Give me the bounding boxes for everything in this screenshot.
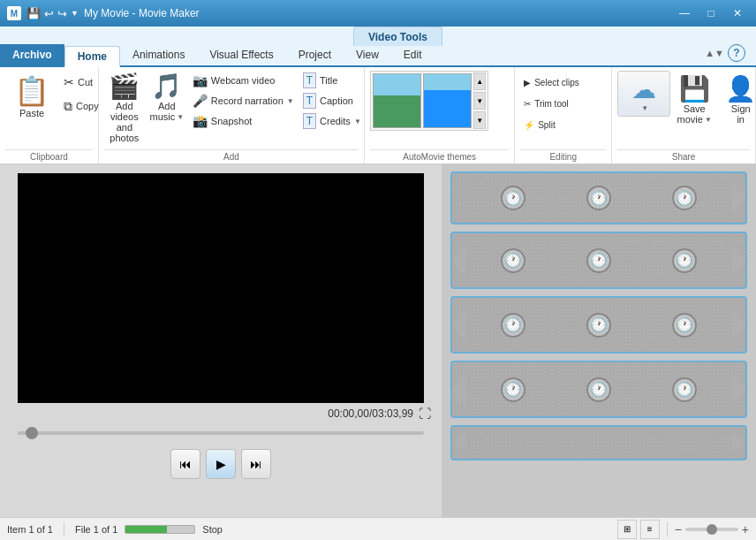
maximize-button[interactable]: □ — [699, 4, 722, 22]
film-strip-3[interactable]: 🕐 🕐 🕐 — [450, 296, 747, 354]
zoom-slider-thumb[interactable] — [707, 524, 717, 535]
gallery-up-arrow[interactable]: ▲ — [473, 72, 486, 90]
save-movie-icon: 💾 — [679, 74, 710, 103]
narration-arrow: ▼ — [287, 97, 294, 105]
record-narration-button[interactable]: 🎤 Record narration ▼ — [189, 91, 298, 110]
editing-select-button[interactable]: ▶ Select clips — [520, 72, 583, 92]
strip-arrow-right-1 — [731, 180, 745, 216]
storyboard-scroll[interactable]: 🕐 🕐 🕐 🕐 🕐 🕐 🕐 — [442, 164, 756, 517]
undo-icon[interactable]: ↩ — [44, 7, 54, 20]
video-tools-tab[interactable]: Video Tools — [353, 27, 442, 46]
title-icon: T — [303, 72, 316, 88]
status-divider-2 — [667, 522, 668, 536]
editing-trim-button[interactable]: ✂ Trim tool — [520, 94, 572, 113]
film-strip-4[interactable]: 🕐 🕐 🕐 — [450, 361, 747, 418]
tab-edit[interactable]: Edit — [391, 44, 435, 65]
tab-project[interactable]: Project — [286, 44, 344, 65]
clipboard-group-label: Clipboard — [5, 149, 93, 164]
tab-animations[interactable]: Animations — [120, 44, 197, 65]
add-music-button[interactable]: 🎵 Add music ▼ — [147, 71, 187, 125]
film-strip-2[interactable]: 🕐 🕐 🕐 — [450, 232, 747, 289]
add-music-label1: Add — [158, 101, 176, 111]
quick-access-toolbar[interactable]: 💾 ↩ ↪ ▼ — [26, 7, 79, 20]
film-clock-2a: 🕐 — [501, 248, 525, 273]
zoom-in-button[interactable]: + — [742, 522, 749, 536]
tab-archivo[interactable]: Archivo — [0, 44, 64, 65]
help-button[interactable]: ? — [728, 44, 745, 62]
theme-ocean-preview — [424, 74, 471, 127]
gallery-mid-arrow[interactable]: ▼ — [473, 92, 486, 110]
caption-icon: T — [303, 93, 316, 109]
onedrive-arrow: ▼ — [641, 104, 648, 112]
rewind-button[interactable]: ⏮ — [170, 449, 200, 479]
cut-button[interactable]: ✂ Cut — [60, 71, 102, 94]
film-strip-5[interactable] — [450, 425, 747, 460]
gallery-down-arrow[interactable]: ▼ — [473, 111, 486, 129]
tab-home[interactable]: Home — [64, 46, 120, 67]
strip-arrow-left-5 — [452, 432, 466, 453]
file-progress-bar — [125, 525, 195, 534]
add-small-btns: 📷 Webcam video 🎤 Record narration ▼ 📸 Sn… — [189, 71, 298, 131]
add-photos-label: and photos — [110, 122, 140, 143]
timeline-view-button[interactable]: ≡ — [640, 520, 660, 539]
film-clock-4a: 🕐 — [501, 377, 525, 402]
tab-view[interactable]: View — [344, 44, 391, 65]
video-preview[interactable] — [18, 173, 424, 403]
ribbon: 📋 Paste ✂ Cut ⧉ Copy Clipboard 🎬 Add vi — [0, 67, 756, 164]
save-quick-icon[interactable]: 💾 — [26, 7, 41, 20]
expand-preview-icon[interactable]: ⛶ — [419, 407, 431, 421]
paste-icon: 📋 — [14, 74, 49, 108]
ribbon-group-clipboard: 📋 Paste ✂ Cut ⧉ Copy Clipboard — [0, 67, 99, 164]
editing-split-button[interactable]: ⚡ Split — [520, 115, 558, 134]
snapshot-label: Snapshot — [211, 116, 252, 126]
scrubber-thumb[interactable] — [26, 427, 38, 439]
onedrive-upload-button[interactable]: ☁ ▼ — [617, 71, 670, 117]
sign-in-button[interactable]: 👤 Sign in — [718, 71, 756, 128]
sign-label2: in — [737, 114, 745, 125]
title-bar: M 💾 ↩ ↪ ▼ My Movie - Movie Maker — □ ✕ — [0, 0, 756, 27]
webcam-video-button[interactable]: 📷 Webcam video — [189, 71, 298, 90]
ribbon-tab-bar: Archivo Home Animations Visual Effects P… — [0, 46, 756, 67]
minimize-button[interactable]: — — [673, 4, 696, 22]
strip-content-3: 🕐 🕐 🕐 — [452, 309, 745, 341]
add-music-icon: 🎵 — [151, 74, 182, 99]
title-label: Title — [320, 75, 337, 86]
play-button[interactable]: ▶ — [206, 449, 236, 479]
dropdown-arrow-icon[interactable]: ▼ — [71, 9, 79, 18]
paste-button[interactable]: 📋 Paste — [5, 71, 58, 122]
storyboard-view-button[interactable]: ⊞ — [617, 520, 637, 539]
ribbon-group-automovie: ▲ ▼ ▼ AutoMovie themes — [365, 67, 515, 164]
status-divider-1 — [64, 522, 64, 536]
step-forward-button[interactable]: ⏭ — [241, 449, 271, 479]
text-btns: T Title T Caption T Credits ▼ — [299, 71, 365, 131]
sign-in-icon: 👤 — [725, 74, 756, 103]
narration-label: Record narration — [211, 95, 284, 106]
scrubber-track[interactable] — [18, 431, 424, 435]
preview-panel: 00:00,00/03:03,99 ⛶ ⏮ ▶ ⏭ — [0, 164, 442, 517]
theme-landscape[interactable] — [373, 73, 421, 128]
zoom-out-button[interactable]: − — [675, 522, 682, 536]
title-button[interactable]: T Title — [299, 71, 365, 90]
credits-button[interactable]: T Credits ▼ — [299, 111, 365, 131]
tab-visual-effects[interactable]: Visual Effects — [197, 44, 285, 65]
timeline-scrubber[interactable] — [18, 424, 424, 442]
save-movie-button[interactable]: 💾 Save movie ▼ — [672, 71, 716, 128]
save-movie-arrow: ▼ — [705, 116, 712, 124]
close-button[interactable]: ✕ — [726, 4, 749, 22]
redo-icon[interactable]: ↪ — [57, 7, 67, 20]
film-strip-1[interactable]: 🕐 🕐 🕐 — [450, 171, 747, 224]
film-clock-3a: 🕐 — [501, 313, 525, 338]
snapshot-button[interactable]: 📸 Snapshot — [189, 111, 298, 131]
zoom-controls: ⊞ ≡ − + — [617, 520, 749, 539]
caption-button[interactable]: T Caption — [299, 91, 365, 110]
copy-button[interactable]: ⧉ Copy — [60, 95, 102, 118]
strip-content-2: 🕐 🕐 🕐 — [452, 245, 745, 277]
save-movie-label1: Save — [684, 103, 706, 114]
zoom-slider[interactable] — [685, 528, 738, 531]
window-controls[interactable]: — □ ✕ — [673, 4, 749, 22]
automovie-group-label: AutoMovie themes — [370, 149, 509, 164]
theme-ocean[interactable] — [423, 73, 472, 128]
add-videos-button[interactable]: 🎬 Add videos and photos — [104, 71, 145, 147]
stop-button[interactable]: Stop — [202, 524, 223, 535]
film-clock-2c: 🕐 — [672, 248, 697, 273]
